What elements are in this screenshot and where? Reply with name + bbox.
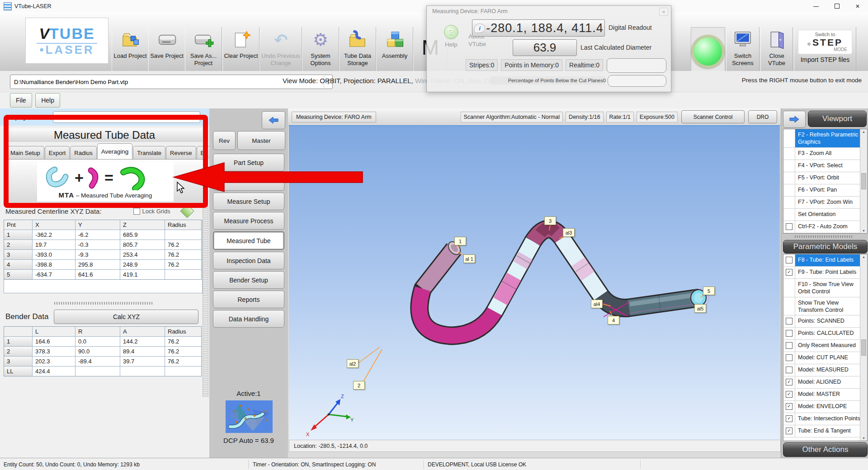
cell[interactable] <box>75 367 120 376</box>
cell[interactable]: 685.9 <box>120 230 165 240</box>
right-panel-splitter[interactable] <box>795 235 854 238</box>
assembly-button[interactable]: Assembly <box>376 27 413 78</box>
cell[interactable]: 76.2 <box>165 337 201 346</box>
point-label-2[interactable]: 2 <box>353 381 365 390</box>
system-options-button[interactable]: ⚙ System Options <box>302 27 339 78</box>
viewport-command-item[interactable]: Set Orientation <box>783 209 867 221</box>
cell[interactable] <box>165 270 201 279</box>
cell[interactable]: 0.0 <box>75 337 120 346</box>
lock-grids-option[interactable]: Lock Grids <box>133 208 170 215</box>
cell[interactable]: 89.4 <box>120 347 165 356</box>
parametric-model-item[interactable]: F10 - Show True View Orbit Control <box>783 279 867 297</box>
checkbox[interactable] <box>786 223 793 230</box>
cell[interactable]: -362.2 <box>33 230 75 240</box>
viewport-command-item[interactable]: F5 - VPort: Orbit <box>783 172 867 184</box>
minimize-button[interactable]: — <box>806 0 826 12</box>
nav-button-measured-tube[interactable]: Measured Tube <box>213 231 284 250</box>
lock-grids-checkbox[interactable] <box>133 208 140 215</box>
cell[interactable]: 805.7 <box>120 240 165 249</box>
parametric-model-item[interactable]: Model: MEASURED <box>783 364 867 376</box>
point-label-al4[interactable]: al4 <box>591 300 603 308</box>
cell[interactable]: -393.0 <box>33 250 75 259</box>
cell[interactable]: 76.2 <box>165 347 201 356</box>
scroll-thumb[interactable] <box>861 339 866 356</box>
nav-button-measure-process[interactable]: Measure Process <box>213 212 284 230</box>
cell[interactable]: 419.1 <box>120 270 165 279</box>
cell[interactable]: 76.2 <box>165 240 201 249</box>
viewport-command-item[interactable]: F2 - Refresh Parametric Graphics <box>783 129 867 148</box>
expand-diamond-button[interactable] <box>180 204 194 218</box>
row-header[interactable]: 2 <box>4 240 32 249</box>
viewport-command-item[interactable]: F6 - VPort: Pan <box>783 184 867 197</box>
close-vtube-button[interactable]: Close VTube <box>760 27 793 78</box>
info-icon[interactable]: i <box>474 24 485 33</box>
dcp-thumbnail[interactable] <box>226 400 273 433</box>
device-window-close-icon[interactable]: ✕ <box>659 8 668 16</box>
row-header[interactable]: 1 <box>4 230 32 240</box>
collapse-panel-button[interactable] <box>262 111 285 129</box>
checkbox[interactable]: ✓ <box>786 269 793 276</box>
cell[interactable]: 76.2 <box>165 250 201 259</box>
checkbox[interactable] <box>786 367 793 373</box>
3d-scene[interactable]: X Y Z 1al 13al3al445al5al22 <box>289 125 780 440</box>
parametric-model-item[interactable]: ✓Tube: End & Tangent <box>783 425 867 437</box>
tab-export[interactable]: Export <box>45 146 70 159</box>
cell[interactable]: 424.4 <box>33 367 75 376</box>
checkbox[interactable] <box>786 330 793 337</box>
row-header[interactable]: 3 <box>4 357 32 366</box>
list-scrollbar[interactable]: ▲▼ <box>860 129 867 233</box>
viewport-command-item[interactable]: Perspective Mode <box>783 233 867 234</box>
row-header[interactable]: 4 <box>4 260 32 269</box>
checkbox[interactable]: ✓ <box>786 403 793 410</box>
checkbox[interactable]: ✓ <box>786 415 793 422</box>
checkbox[interactable]: ✓ <box>786 428 793 434</box>
calc-xyz-button[interactable]: Calc XYZ <box>54 310 198 324</box>
parametric-model-item[interactable]: Only Recent Measured <box>783 340 867 352</box>
help-button[interactable]: Help <box>438 41 465 48</box>
cell[interactable]: -634.7 <box>33 270 75 279</box>
left-panel-scrollbar[interactable] <box>203 206 208 397</box>
tab-main-setup[interactable]: Main Setup <box>6 146 44 159</box>
parametric-model-item[interactable]: Points: CALCULATED <box>783 328 867 340</box>
scroll-thumb[interactable] <box>861 173 866 189</box>
rev-button[interactable]: Rev <box>213 131 236 150</box>
viewport-command-item[interactable]: Ctrl-F2 - Auto Zoom <box>783 221 867 233</box>
cell[interactable]: 19.7 <box>33 240 75 249</box>
close-button[interactable]: ✕ <box>847 0 868 12</box>
row-header[interactable]: 5 <box>4 270 32 279</box>
cell[interactable]: 378.3 <box>33 347 75 356</box>
load-project-button[interactable]: Load Project <box>112 27 149 78</box>
tab-radius[interactable]: Radius <box>70 146 96 159</box>
viewport-command-item[interactable]: F7 - VPort: Zoom Win <box>783 197 867 209</box>
viewport-command-item[interactable]: F3 - Zoom All <box>783 148 867 160</box>
parametric-model-item[interactable]: Points: SCANNED <box>783 315 867 328</box>
scanner-control-button[interactable]: Scanner Control <box>681 110 745 123</box>
checkbox[interactable]: ✓ <box>786 391 793 398</box>
tube-data-storage-button[interactable]: Tube Data Storage <box>339 27 376 78</box>
row-header[interactable]: 3 <box>4 250 32 259</box>
parametric-models-header[interactable]: Parametric Models <box>783 240 868 254</box>
panel-splitter[interactable] <box>54 302 154 305</box>
nav-button-data-handling[interactable]: Data Handling <box>213 310 284 328</box>
cell[interactable]: 144.2 <box>120 337 165 346</box>
parametric-model-item[interactable]: Show True View Transform Control <box>783 297 867 316</box>
cell[interactable]: 76.2 <box>165 260 201 269</box>
checkbox[interactable] <box>786 342 793 349</box>
point-label-5[interactable]: 5 <box>703 287 715 295</box>
cell[interactable]: 641.6 <box>75 270 120 279</box>
dro-button[interactable]: DRO <box>748 110 777 123</box>
scroll-down-icon[interactable]: ▼ <box>862 437 865 440</box>
parametric-model-item[interactable]: ✓F9 - Tube: Point Labels <box>783 267 867 279</box>
viewport-command-item[interactable]: F4 - VPort: Select <box>783 160 867 172</box>
cell[interactable] <box>165 230 201 240</box>
step-mode-button[interactable]: Switch to STEP MODE Import STEP files <box>794 27 856 78</box>
scroll-up-icon[interactable]: ▲ <box>862 255 865 258</box>
point-label-al1[interactable]: al 1 <box>463 254 475 263</box>
menu-help[interactable]: Help <box>35 93 60 108</box>
cell[interactable]: 295.8 <box>75 260 120 269</box>
point-label-al2[interactable]: al2 <box>347 359 359 368</box>
tab-translate[interactable]: Translate <box>133 146 165 159</box>
nav-button-part-setup[interactable]: Part Setup <box>213 154 284 171</box>
scroll-down-icon[interactable]: ▼ <box>862 229 865 232</box>
row-header[interactable]: LL <box>4 367 32 376</box>
